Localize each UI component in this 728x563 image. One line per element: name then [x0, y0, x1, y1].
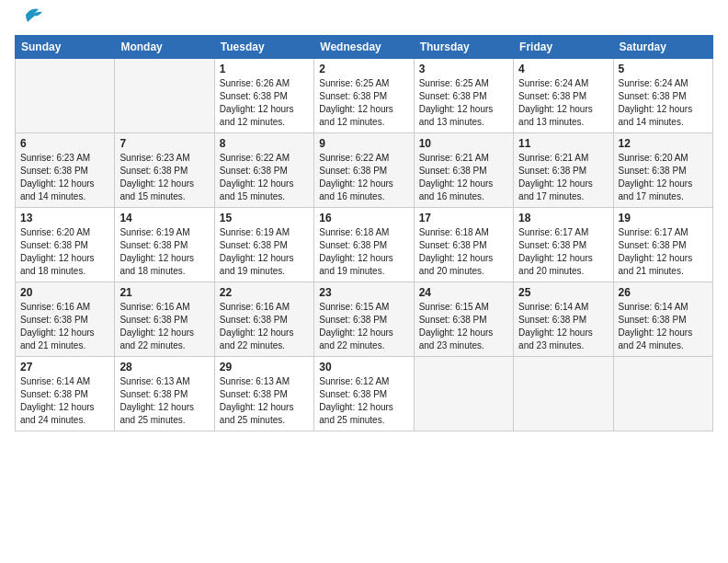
calendar-cell: [613, 357, 712, 431]
day-number: 9: [319, 137, 408, 150]
day-header-wednesday: Wednesday: [314, 36, 414, 59]
day-info: Sunrise: 6:23 AM Sunset: 6:38 PM Dayligh…: [119, 152, 209, 203]
day-number: 25: [518, 286, 608, 299]
day-number: 4: [518, 63, 608, 75]
day-info: Sunrise: 6:19 AM Sunset: 6:38 PM Dayligh…: [220, 226, 309, 278]
day-info: Sunrise: 6:21 AM Sunset: 6:38 PM Dayligh…: [518, 152, 608, 203]
calendar-cell: 28Sunrise: 6:13 AM Sunset: 6:38 PM Dayli…: [115, 357, 214, 431]
calendar-cell: [414, 357, 513, 431]
calendar-cell: 5Sunrise: 6:24 AM Sunset: 6:38 PM Daylig…: [613, 59, 712, 133]
calendar-cell: 22Sunrise: 6:16 AM Sunset: 6:38 PM Dayli…: [214, 282, 313, 357]
calendar-cell: 10Sunrise: 6:21 AM Sunset: 6:38 PM Dayli…: [414, 133, 513, 208]
day-number: 26: [619, 286, 708, 299]
day-info: Sunrise: 6:24 AM Sunset: 6:38 PM Dayligh…: [619, 77, 708, 129]
day-info: Sunrise: 6:17 AM Sunset: 6:38 PM Dayligh…: [619, 226, 708, 278]
day-info: Sunrise: 6:18 AM Sunset: 6:38 PM Dayligh…: [319, 226, 408, 278]
day-info: Sunrise: 6:16 AM Sunset: 6:38 PM Dayligh…: [220, 301, 309, 352]
day-number: 30: [319, 361, 408, 373]
day-info: Sunrise: 6:15 AM Sunset: 6:38 PM Dayligh…: [419, 301, 508, 352]
calendar-cell: [514, 357, 613, 431]
calendar-cell: 17Sunrise: 6:18 AM Sunset: 6:38 PM Dayli…: [414, 208, 513, 282]
calendar-cell: 23Sunrise: 6:15 AM Sunset: 6:38 PM Dayli…: [314, 282, 414, 357]
day-header-saturday: Saturday: [613, 36, 712, 59]
calendar-cell: 9Sunrise: 6:22 AM Sunset: 6:38 PM Daylig…: [314, 133, 414, 208]
calendar-cell: 7Sunrise: 6:23 AM Sunset: 6:38 PM Daylig…: [115, 133, 214, 208]
calendar-week-4: 20Sunrise: 6:16 AM Sunset: 6:38 PM Dayli…: [16, 282, 713, 357]
calendar-week-2: 6Sunrise: 6:23 AM Sunset: 6:38 PM Daylig…: [16, 133, 713, 208]
day-header-sunday: Sunday: [16, 36, 115, 59]
calendar-cell: 16Sunrise: 6:18 AM Sunset: 6:38 PM Dayli…: [314, 208, 414, 282]
day-number: 29: [220, 361, 309, 373]
day-info: Sunrise: 6:12 AM Sunset: 6:38 PM Dayligh…: [319, 375, 408, 427]
day-number: 11: [518, 137, 608, 150]
calendar-cell: 2Sunrise: 6:25 AM Sunset: 6:38 PM Daylig…: [314, 59, 414, 133]
day-info: Sunrise: 6:21 AM Sunset: 6:38 PM Dayligh…: [419, 152, 508, 203]
day-info: Sunrise: 6:26 AM Sunset: 6:38 PM Dayligh…: [220, 77, 309, 129]
calendar-cell: 30Sunrise: 6:12 AM Sunset: 6:38 PM Dayli…: [314, 357, 414, 431]
calendar-cell: 21Sunrise: 6:16 AM Sunset: 6:38 PM Dayli…: [115, 282, 214, 357]
day-number: 6: [20, 137, 109, 150]
calendar-cell: 12Sunrise: 6:20 AM Sunset: 6:38 PM Dayli…: [613, 133, 712, 208]
day-number: 5: [619, 63, 708, 75]
calendar-week-1: 1Sunrise: 6:26 AM Sunset: 6:38 PM Daylig…: [16, 59, 713, 133]
calendar-header-row: SundayMondayTuesdayWednesdayThursdayFrid…: [16, 36, 713, 59]
day-number: 18: [518, 212, 608, 224]
calendar-cell: 18Sunrise: 6:17 AM Sunset: 6:38 PM Dayli…: [514, 208, 613, 282]
day-info: Sunrise: 6:25 AM Sunset: 6:38 PM Dayligh…: [319, 77, 408, 129]
logo-bird-icon: [18, 6, 44, 24]
day-number: 17: [419, 212, 508, 224]
day-number: 22: [220, 286, 309, 299]
calendar-cell: 15Sunrise: 6:19 AM Sunset: 6:38 PM Dayli…: [214, 208, 313, 282]
day-number: 2: [319, 63, 408, 75]
day-info: Sunrise: 6:16 AM Sunset: 6:38 PM Dayligh…: [119, 301, 209, 352]
day-number: 28: [119, 361, 209, 373]
calendar-cell: 19Sunrise: 6:17 AM Sunset: 6:38 PM Dayli…: [613, 208, 712, 282]
day-number: 14: [119, 212, 209, 224]
day-info: Sunrise: 6:18 AM Sunset: 6:38 PM Dayligh…: [419, 226, 508, 278]
day-header-friday: Friday: [514, 36, 613, 59]
calendar-cell: [115, 59, 214, 133]
day-number: 24: [419, 286, 508, 299]
calendar-cell: 4Sunrise: 6:24 AM Sunset: 6:38 PM Daylig…: [514, 59, 613, 133]
calendar-week-3: 13Sunrise: 6:20 AM Sunset: 6:38 PM Dayli…: [16, 208, 713, 282]
day-number: 7: [119, 137, 209, 150]
day-info: Sunrise: 6:20 AM Sunset: 6:38 PM Dayligh…: [20, 226, 109, 278]
calendar-cell: 13Sunrise: 6:20 AM Sunset: 6:38 PM Dayli…: [16, 208, 115, 282]
calendar-cell: 25Sunrise: 6:14 AM Sunset: 6:38 PM Dayli…: [514, 282, 613, 357]
calendar-cell: 20Sunrise: 6:16 AM Sunset: 6:38 PM Dayli…: [16, 282, 115, 357]
day-info: Sunrise: 6:13 AM Sunset: 6:38 PM Dayligh…: [220, 375, 309, 427]
calendar-cell: 1Sunrise: 6:26 AM Sunset: 6:38 PM Daylig…: [214, 59, 313, 133]
day-info: Sunrise: 6:25 AM Sunset: 6:38 PM Dayligh…: [419, 77, 508, 129]
day-info: Sunrise: 6:20 AM Sunset: 6:38 PM Dayligh…: [619, 152, 708, 203]
calendar-cell: 11Sunrise: 6:21 AM Sunset: 6:38 PM Dayli…: [514, 133, 613, 208]
day-number: 12: [619, 137, 708, 150]
day-number: 20: [20, 286, 109, 299]
day-info: Sunrise: 6:16 AM Sunset: 6:38 PM Dayligh…: [20, 301, 109, 352]
day-number: 16: [319, 212, 408, 224]
page-header: [15, 15, 713, 24]
calendar-cell: 6Sunrise: 6:23 AM Sunset: 6:38 PM Daylig…: [16, 133, 115, 208]
logo: [15, 15, 44, 24]
day-header-tuesday: Tuesday: [214, 36, 313, 59]
day-header-monday: Monday: [115, 36, 214, 59]
day-number: 23: [319, 286, 408, 299]
day-info: Sunrise: 6:22 AM Sunset: 6:38 PM Dayligh…: [319, 152, 408, 203]
day-number: 15: [220, 212, 309, 224]
calendar-week-5: 27Sunrise: 6:14 AM Sunset: 6:38 PM Dayli…: [16, 357, 713, 431]
day-info: Sunrise: 6:22 AM Sunset: 6:38 PM Dayligh…: [220, 152, 309, 203]
day-info: Sunrise: 6:24 AM Sunset: 6:38 PM Dayligh…: [518, 77, 608, 129]
calendar-cell: 3Sunrise: 6:25 AM Sunset: 6:38 PM Daylig…: [414, 59, 513, 133]
calendar-cell: 24Sunrise: 6:15 AM Sunset: 6:38 PM Dayli…: [414, 282, 513, 357]
day-number: 19: [619, 212, 708, 224]
day-info: Sunrise: 6:15 AM Sunset: 6:38 PM Dayligh…: [319, 301, 408, 352]
day-number: 10: [419, 137, 508, 150]
calendar-table: SundayMondayTuesdayWednesdayThursdayFrid…: [15, 35, 713, 431]
day-info: Sunrise: 6:14 AM Sunset: 6:38 PM Dayligh…: [518, 301, 608, 352]
day-info: Sunrise: 6:13 AM Sunset: 6:38 PM Dayligh…: [119, 375, 209, 427]
day-info: Sunrise: 6:17 AM Sunset: 6:38 PM Dayligh…: [518, 226, 608, 278]
day-number: 21: [119, 286, 209, 299]
calendar-cell: 29Sunrise: 6:13 AM Sunset: 6:38 PM Dayli…: [214, 357, 313, 431]
day-number: 27: [20, 361, 109, 373]
day-header-thursday: Thursday: [414, 36, 513, 59]
day-number: 13: [20, 212, 109, 224]
